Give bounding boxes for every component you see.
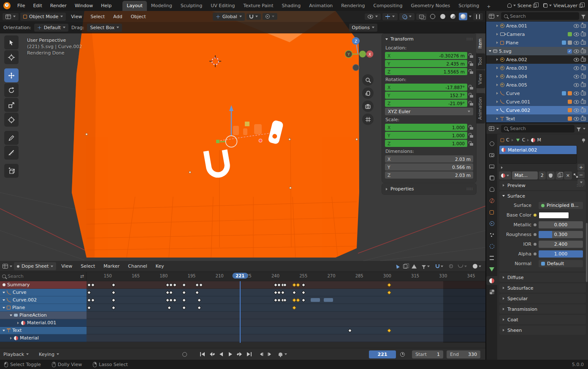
scale-x-field[interactable]: X1.000 bbox=[385, 124, 467, 131]
disable-render-icon[interactable] bbox=[581, 100, 586, 104]
orange-plane-object[interactable] bbox=[72, 11, 359, 258]
roughness-slider[interactable]: 0.300 bbox=[539, 231, 583, 238]
hide-viewport-icon[interactable] bbox=[574, 49, 579, 53]
pin-icon[interactable] bbox=[582, 138, 585, 141]
tool-measure[interactable] bbox=[4, 146, 19, 160]
preview-panel[interactable]: Preview∷∷ bbox=[499, 181, 586, 190]
expander-icon[interactable] bbox=[3, 307, 5, 309]
properties-search[interactable] bbox=[501, 125, 574, 133]
keyframe[interactable] bbox=[87, 290, 91, 295]
editor-type-button[interactable] bbox=[3, 13, 19, 20]
visibility-dropdown[interactable] bbox=[365, 14, 381, 20]
tool-annotate[interactable] bbox=[4, 131, 19, 145]
material-slot-active[interactable]: Material.002 bbox=[499, 146, 577, 154]
background-image-icon[interactable] bbox=[568, 32, 572, 36]
shading-material-button[interactable] bbox=[449, 13, 457, 20]
step-back-button[interactable] bbox=[257, 350, 265, 358]
surface-shader-dropdown[interactable]: Principled B... bbox=[539, 202, 583, 209]
new-viewlayer-icon[interactable] bbox=[579, 4, 583, 8]
expander-icon[interactable] bbox=[496, 109, 499, 111]
gizmo-z-neg-axis[interactable] bbox=[353, 65, 359, 71]
menu-view[interactable]: View bbox=[68, 13, 85, 21]
hide-viewport-icon[interactable] bbox=[574, 100, 579, 104]
transform-orientation-selector[interactable]: Global bbox=[213, 13, 245, 21]
viewport-3d[interactable]: Object Mode View Select Add Object Globa… bbox=[0, 11, 485, 261]
tool-rotate[interactable] bbox=[4, 83, 19, 97]
breadcrumb-data[interactable]: C bbox=[522, 137, 526, 143]
lock-icon[interactable] bbox=[470, 95, 473, 98]
menu-key[interactable]: Key bbox=[152, 262, 168, 270]
workspace-tab-modeling[interactable]: Modeling bbox=[147, 1, 176, 11]
disable-render-icon[interactable] bbox=[581, 41, 586, 45]
transmission-panel[interactable]: Transmission bbox=[499, 304, 586, 314]
rotation-z-field[interactable]: Z-21.09° bbox=[385, 100, 467, 107]
remove-slot-button[interactable]: − bbox=[577, 171, 585, 178]
keyframe[interactable] bbox=[199, 283, 203, 287]
decorator-dot-icon[interactable] bbox=[534, 214, 537, 217]
panel-collapsed-icon[interactable] bbox=[386, 188, 387, 190]
search-input[interactable] bbox=[510, 126, 572, 131]
menu-add[interactable]: Add bbox=[110, 13, 125, 21]
channel-text[interactable]: Text bbox=[0, 327, 87, 334]
channel-material-001[interactable]: Material.001 bbox=[0, 319, 87, 327]
outliner-item-camera[interactable]: Camera bbox=[486, 30, 588, 38]
overlay-dropdown[interactable] bbox=[473, 264, 481, 269]
tool-scale[interactable] bbox=[4, 98, 19, 112]
properties-tab-render[interactable] bbox=[486, 151, 497, 160]
preview-range-button[interactable] bbox=[400, 350, 405, 358]
properties-tab-view-layer[interactable] bbox=[486, 174, 497, 182]
shading-solid-button[interactable] bbox=[439, 13, 447, 20]
expander-icon[interactable] bbox=[17, 322, 19, 324]
only-selected-filter-icon[interactable] bbox=[395, 264, 400, 269]
keyframe[interactable] bbox=[387, 290, 391, 295]
properties-tab-tool[interactable] bbox=[486, 139, 497, 148]
specular-panel[interactable]: Specular bbox=[499, 294, 586, 303]
keyframe[interactable] bbox=[301, 290, 306, 295]
keyframe[interactable] bbox=[197, 298, 201, 302]
disable-render-icon[interactable] bbox=[581, 58, 586, 62]
menu-object[interactable]: Object bbox=[127, 13, 149, 21]
lock-icon[interactable] bbox=[470, 103, 473, 106]
disable-render-icon[interactable] bbox=[581, 117, 586, 121]
scene-selector[interactable]: Scene bbox=[505, 2, 539, 9]
keyframe[interactable] bbox=[301, 283, 306, 287]
channel-curve[interactable]: Curve bbox=[0, 289, 87, 296]
decorator-dot-icon[interactable] bbox=[534, 252, 537, 255]
curve-data-icon[interactable] bbox=[568, 91, 572, 95]
expander-icon[interactable] bbox=[10, 315, 12, 316]
keyframe[interactable] bbox=[173, 283, 177, 287]
filter-icon[interactable] bbox=[581, 15, 585, 17]
xray-toggle[interactable] bbox=[416, 14, 427, 20]
keyframe[interactable] bbox=[182, 290, 186, 295]
workspace-tab-uv-editing[interactable]: UV Editing bbox=[206, 1, 239, 11]
workspace-tab-geometry-nodes[interactable]: Geometry Nodes bbox=[406, 1, 454, 11]
dimension-z-field[interactable]: Z2.03 m bbox=[385, 171, 473, 179]
menu-select[interactable]: Select bbox=[87, 13, 108, 21]
outliner-item-area-005[interactable]: Area.005 bbox=[486, 81, 588, 89]
hide-viewport-icon[interactable] bbox=[574, 109, 579, 112]
expander-icon[interactable] bbox=[496, 33, 498, 35]
physics-icon[interactable] bbox=[562, 91, 566, 95]
keyframe[interactable] bbox=[111, 298, 116, 302]
hide-viewport-icon[interactable] bbox=[574, 41, 579, 45]
disable-render-icon[interactable] bbox=[581, 83, 586, 87]
invert-filter-icon[interactable]: ⇄ bbox=[80, 274, 84, 279]
rotation-x-field[interactable]: X-17.887° bbox=[385, 84, 467, 91]
properties-tab-world[interactable] bbox=[486, 196, 497, 205]
location-x-field[interactable]: X-0.30276 m bbox=[385, 52, 467, 59]
current-frame-field[interactable]: 221 bbox=[369, 350, 396, 358]
current-frame-indicator[interactable]: 221 bbox=[232, 273, 248, 279]
keyframe[interactable] bbox=[91, 283, 95, 287]
slot-expand-icon[interactable] bbox=[501, 166, 503, 169]
location-y-field[interactable]: Y2.435 m bbox=[385, 60, 467, 67]
zoom-button[interactable] bbox=[362, 74, 374, 86]
material-name-field[interactable]: Mat... bbox=[512, 171, 538, 179]
subsurface-panel[interactable]: Subsurface bbox=[499, 283, 586, 293]
add-workspace-button[interactable]: + bbox=[483, 2, 494, 11]
viewlayer-selector[interactable]: ViewLayer bbox=[541, 2, 585, 9]
keyframe-hold-bar[interactable] bbox=[324, 298, 333, 302]
auto-key-button[interactable] bbox=[182, 350, 187, 358]
lock-icon[interactable] bbox=[470, 63, 473, 66]
sidebar-tab-tool[interactable]: Tool bbox=[476, 53, 485, 69]
keyframe[interactable] bbox=[111, 283, 116, 287]
